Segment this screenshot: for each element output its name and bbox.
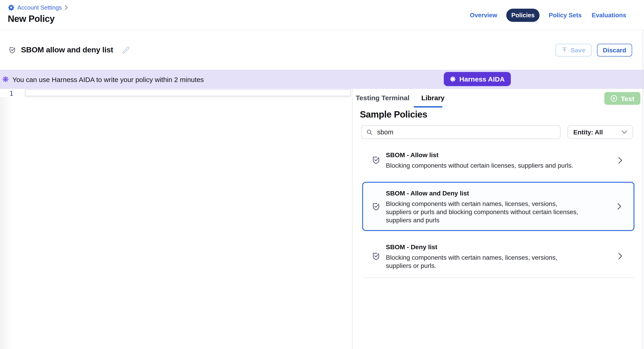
save-label: Save xyxy=(570,46,586,53)
gear-icon xyxy=(8,4,14,11)
breadcrumb: Account Settings xyxy=(8,4,68,11)
search-icon xyxy=(366,129,373,135)
play-circle-icon xyxy=(610,95,618,102)
breadcrumb-chevron-icon xyxy=(64,5,68,10)
search-input[interactable] xyxy=(361,125,560,139)
discard-button[interactable]: Discard xyxy=(597,43,632,56)
main-area: 1 Testing Terminal Library Test Sample P… xyxy=(0,89,644,349)
policy-card-description: Blocking components with certain names, … xyxy=(386,253,579,270)
shield-check-icon xyxy=(371,155,381,165)
policy-card-allow-list[interactable]: SBOM - Allow list Blocking components wi… xyxy=(362,147,634,173)
aida-sparkle-icon: ❋ xyxy=(450,76,456,82)
panel-tabs: Testing Terminal Library xyxy=(356,93,444,102)
aida-banner-message: You can use Harness AIDA to write your p… xyxy=(12,75,204,83)
policy-card-text: SBOM - Allow and Deny list Blocking comp… xyxy=(386,189,579,224)
policy-card-title: SBOM - Allow and Deny list xyxy=(386,189,579,198)
header: Account Settings New Policy Overview Pol… xyxy=(0,0,644,30)
discard-label: Discard xyxy=(603,46,626,53)
chevron-right-icon xyxy=(617,203,622,210)
editor-active-line[interactable] xyxy=(25,89,351,96)
list-divider xyxy=(362,278,634,278)
chevron-right-icon xyxy=(618,252,622,260)
breadcrumb-label: Account Settings xyxy=(17,4,62,11)
policy-card-allow-and-deny-list[interactable]: SBOM - Allow and Deny list Blocking comp… xyxy=(362,182,634,231)
scrollbar-track[interactable] xyxy=(643,30,643,349)
policy-card-title: SBOM - Deny list xyxy=(386,243,579,251)
tab-policies[interactable]: Policies xyxy=(506,8,540,22)
code-editor[interactable]: 1 xyxy=(0,89,352,349)
test-label: Test xyxy=(621,94,634,102)
active-tab-indicator xyxy=(414,106,442,107)
aida-banner: ❋ You can use Harness AIDA to write your… xyxy=(0,70,644,89)
policy-card-text: SBOM - Allow list Blocking components wi… xyxy=(386,151,573,169)
entity-filter-dropdown[interactable]: Entity: All xyxy=(568,125,633,139)
app-window: Account Settings New Policy Overview Pol… xyxy=(0,0,644,349)
entity-filter-label: Entity: All xyxy=(573,128,603,136)
shield-check-icon xyxy=(371,202,381,211)
harness-aida-button[interactable]: ❋ Harness AIDA xyxy=(444,72,511,86)
edit-pencil-icon[interactable] xyxy=(122,46,130,53)
upload-icon xyxy=(562,47,568,53)
tab-overview[interactable]: Overview xyxy=(469,9,498,21)
chevron-down-icon xyxy=(622,130,627,134)
shield-check-icon xyxy=(371,251,381,261)
editor-line-number: 1 xyxy=(10,90,13,97)
policy-name: SBOM allow and deny list xyxy=(21,45,113,54)
save-button[interactable]: Save xyxy=(556,43,591,56)
policy-card-title: SBOM - Allow list xyxy=(386,151,573,159)
policy-card-deny-list[interactable]: SBOM - Deny list Blocking components wit… xyxy=(362,242,634,270)
tab-evaluations[interactable]: Evaluations xyxy=(591,9,627,21)
page-title: New Policy xyxy=(8,14,54,24)
top-nav: Overview Policies Policy Sets Evaluation… xyxy=(469,0,627,30)
library-panel: Testing Terminal Library Test Sample Pol… xyxy=(352,89,644,349)
breadcrumb-account-settings-link[interactable]: Account Settings xyxy=(8,4,62,11)
policy-search xyxy=(361,125,560,139)
policy-card-description: Blocking components without certain lice… xyxy=(386,161,573,169)
tab-library[interactable]: Library xyxy=(422,93,445,102)
shield-check-icon xyxy=(8,46,16,54)
policy-actions: Save Discard xyxy=(556,30,632,70)
policy-card-text: SBOM - Deny list Blocking components wit… xyxy=(386,243,579,270)
chevron-right-icon xyxy=(618,156,622,164)
policy-bar: SBOM allow and deny list Save Discard xyxy=(0,30,644,70)
sample-policies-heading: Sample Policies xyxy=(360,109,427,120)
tab-policy-sets[interactable]: Policy Sets xyxy=(548,9,582,21)
harness-aida-label: Harness AIDA xyxy=(459,75,505,83)
policy-card-description: Blocking components with certain names, … xyxy=(386,199,579,224)
policy-name-group: SBOM allow and deny list xyxy=(8,30,130,70)
aida-sparkle-icon: ❋ xyxy=(2,75,9,83)
test-button[interactable]: Test xyxy=(604,92,640,105)
tab-testing-terminal[interactable]: Testing Terminal xyxy=(356,93,410,102)
